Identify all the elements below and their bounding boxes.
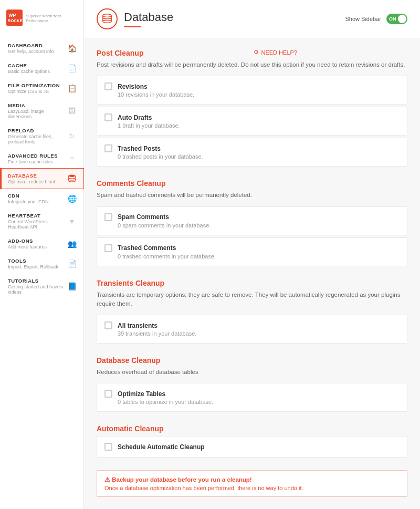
revisions-label: Revisions [118,83,148,90]
auto-drafts-option: Auto Drafts 1 draft in your database. [97,107,407,136]
sidebar-item-file-optimization[interactable]: FILE OPTIMIZATION Optimize CSS & JS 📋 [0,78,83,98]
cache-icon: 📄 [67,63,77,74]
svg-point-3 [68,175,76,178]
trashed-comments-checkbox[interactable] [104,244,112,252]
main-content: Database Show Sidebar ON Post Cleanup ⚙ … [84,0,420,509]
cdn-icon: 🌐 [67,193,77,204]
sidebar-item-tools[interactable]: TOOLS Import, Export, Rollback 📄 [0,254,83,274]
trashed-posts-sub: 0 trashed posts in your database. [118,153,400,160]
trashed-comments-sub: 0 trashed comments in your database. [118,253,400,259]
show-sidebar-label: Show Sidebar [345,16,382,22]
post-cleanup-header: Post Cleanup ⚙ NEED HELP? [97,49,407,60]
need-help-link[interactable]: ⚙ NEED HELP? [254,49,297,56]
trashed-comments-option: Trashed Comments 0 trashed comments in y… [97,237,407,266]
transients-cleanup-section: Transients Cleanup Transients are tempor… [97,279,407,344]
transients-cleanup-title: Transients Cleanup [97,279,407,287]
need-help-icon: ⚙ [254,49,259,56]
page-title: Database [124,11,173,24]
all-transients-label: All transients [118,322,158,329]
comments-cleanup-title: Comments Cleanup [97,179,407,188]
add-ons-icon: 👥 [67,238,77,249]
warning-box: ⚠ Backup your database before you run a … [97,470,407,497]
advanced-rules-icon: ≡ [67,153,77,164]
database-cleanup-desc: Reduces overhead of database tables [97,368,407,377]
page-content: Post Cleanup ⚙ NEED HELP? Post revisions… [84,38,420,509]
spam-comments-sub: 0 spam comments in your database. [118,222,400,228]
trashed-posts-checkbox[interactable] [104,144,112,152]
sidebar-toggle[interactable]: ON [386,14,407,24]
dashboard-icon: 🏠 [67,43,77,54]
wp-rocket-logo-icon: WP ROCKET [6,8,23,27]
all-transients-option: All transients 39 transients in your dat… [97,315,407,344]
sidebar-navigation: DASHBOARD Get help, account info 🏠 CACHE… [0,36,83,509]
post-cleanup-desc: Post revisions and drafts will be perman… [97,60,407,69]
header-right: Show Sidebar ON [345,14,408,24]
heartbeat-icon: ♥ [67,216,77,226]
auto-drafts-label: Auto Drafts [118,114,152,121]
trashed-comments-label: Trashed Comments [118,244,176,252]
sidebar-item-cache[interactable]: CACHE Basic cache options 📄 [0,58,83,78]
sidebar-item-add-ons[interactable]: ADD-ONS Add more features 👥 [0,234,83,254]
schedule-cleanup-checkbox[interactable] [104,443,112,451]
warning-main-text: ⚠ Backup your database before you run a … [104,476,400,483]
svg-text:WP: WP [8,13,16,18]
sidebar-item-preload[interactable]: PRELOAD Generate cache files, preload fo… [0,123,83,149]
header-left: Database [97,8,173,29]
toggle-on-text: ON [389,16,396,22]
database-icon [67,173,77,184]
optimize-tables-label: Optimize Tables [118,390,165,398]
revisions-checkbox[interactable] [104,82,112,90]
auto-drafts-checkbox[interactable] [104,113,112,121]
spam-comments-label: Spam Comments [118,213,169,221]
revisions-sub: 10 revisions in your database. [118,91,400,98]
post-cleanup-section: Post Cleanup ⚙ NEED HELP? Post revisions… [97,49,407,167]
sidebar-item-database[interactable]: DATABASE Optimize, reduce bloat [0,169,83,189]
media-icon: 🖼 [67,106,77,116]
post-cleanup-title: Post Cleanup [97,49,143,57]
logo: WP ROCKET Superior WordPress Performance [0,0,83,36]
schedule-cleanup-option: Schedule Automatic Cleanup [97,436,407,458]
sidebar-item-heartbeat[interactable]: HEARTBEAT Control WordPress Heartbeat AP… [0,209,83,234]
all-transients-checkbox[interactable] [104,321,112,329]
spam-comments-checkbox[interactable] [104,213,112,221]
logo-tagline: Superior WordPress Performance [26,14,77,23]
automatic-cleanup-title: Automatic Cleanup [97,424,407,433]
database-cleanup-section: Database Cleanup Reduces overhead of dat… [97,356,407,412]
optimize-tables-sub: 0 tables to optimize in your database. [118,399,400,405]
title-underline [124,26,141,27]
sidebar-item-dashboard[interactable]: DASHBOARD Get help, account info 🏠 [0,38,83,58]
tools-icon: 📄 [67,258,77,269]
optimize-tables-checkbox[interactable] [104,390,112,398]
trashed-posts-label: Trashed Posts [118,145,161,152]
sidebar-item-cdn[interactable]: CDN Integrate your CDN 🌐 [0,189,83,209]
file-optimization-icon: 📋 [67,83,77,94]
comments-cleanup-desc: Spam and trashed comments will be perman… [97,191,407,200]
comments-cleanup-section: Comments Cleanup Spam and trashed commen… [97,179,407,266]
sidebar-item-tutorials[interactable]: TUTORIALS Getting started and how to vid… [0,274,83,299]
optimize-tables-option: Optimize Tables 0 tables to optimize in … [97,383,407,412]
warning-sub-text: Once a database optimization has been pe… [104,485,400,491]
all-transients-sub: 39 transients in your database. [118,330,400,337]
sidebar: WP ROCKET Superior WordPress Performance… [0,0,84,509]
transients-cleanup-desc: Transients are temporary options; they a… [97,290,407,309]
svg-point-4 [103,14,112,17]
page-header-icon [97,8,118,29]
sidebar-item-media[interactable]: MEDIA LazyLoad, image dimensions 🖼 [0,98,83,123]
database-cleanup-title: Database Cleanup [97,356,407,365]
sidebar-item-advanced-rules[interactable]: ADVANCED RULES Fine-tune cache rules ≡ [0,149,83,169]
tutorials-icon: 📘 [67,281,77,292]
trashed-posts-option: Trashed Posts 0 trashed posts in your da… [97,138,407,167]
revisions-option: Revisions 10 revisions in your database. [97,76,407,105]
automatic-cleanup-section: Automatic Cleanup Schedule Automatic Cle… [97,424,407,458]
page-header: Database Show Sidebar ON [84,0,420,38]
spam-comments-option: Spam Comments 0 spam comments in your da… [97,206,407,235]
svg-text:ROCKET: ROCKET [8,18,23,23]
toggle-knob [398,15,406,23]
preload-icon: ↻ [67,131,77,141]
schedule-cleanup-label: Schedule Automatic Cleanup [118,443,205,451]
auto-drafts-sub: 1 draft in your database. [118,122,400,129]
